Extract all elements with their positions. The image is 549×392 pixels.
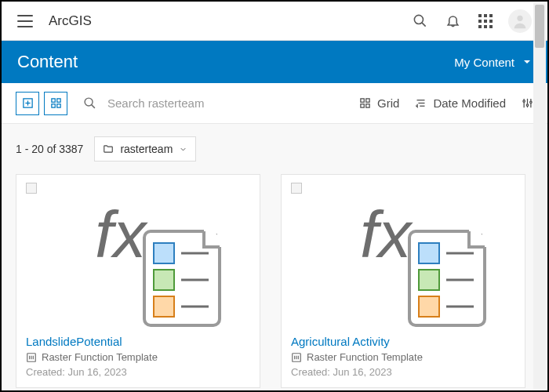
svg-rect-39 [419, 243, 439, 263]
filter-button[interactable] [522, 97, 533, 109]
search-icon[interactable] [403, 13, 436, 28]
template-icon [26, 352, 37, 363]
bell-icon[interactable] [436, 13, 469, 28]
svg-text:fx: fx [95, 198, 148, 271]
template-icon [291, 352, 302, 363]
svg-point-20 [523, 100, 525, 103]
content-banner: Content My Content [2, 41, 547, 83]
svg-rect-27 [154, 243, 174, 263]
sort-label: Date Modified [433, 96, 506, 110]
folder-dropdown[interactable]: rasterteam [94, 136, 196, 162]
svg-point-0 [414, 15, 423, 24]
card-subtitle: Raster Function Template [307, 351, 423, 363]
svg-point-2 [517, 15, 522, 20]
grid-toggle[interactable]: Grid [359, 96, 399, 110]
item-card[interactable]: fx LandslidePotential Raster Function Te… [16, 174, 260, 388]
card-thumbnail: fx [291, 197, 515, 328]
svg-rect-31 [154, 296, 174, 317]
svg-text:fx: fx [360, 198, 413, 271]
folder-icon [103, 143, 114, 154]
single-view-button[interactable] [16, 92, 39, 115]
svg-rect-9 [56, 104, 60, 107]
content-area: 1 - 20 of 3387 rasterteam fx [2, 124, 547, 390]
chevron-down-icon [179, 145, 187, 154]
svg-point-22 [526, 104, 529, 107]
card-thumbnail: fx [26, 197, 250, 328]
brand-label: ArcGIS [49, 13, 92, 29]
content-toolbar: Grid Date Modified [2, 83, 547, 124]
svg-rect-41 [419, 270, 439, 290]
grid-label: Grid [377, 96, 399, 110]
svg-rect-12 [361, 99, 364, 102]
svg-rect-13 [366, 99, 369, 102]
caret-down-icon [522, 57, 532, 67]
avatar[interactable] [508, 9, 532, 33]
svg-rect-8 [51, 104, 54, 107]
card-checkbox[interactable] [291, 183, 302, 194]
svg-rect-14 [361, 104, 364, 107]
scrollbar-thumb[interactable] [535, 5, 544, 48]
folder-name: rasterteam [120, 143, 173, 155]
card-title: Agricultural Activity [291, 335, 515, 348]
grid-view-button[interactable] [44, 92, 67, 115]
card-date: Created: Jun 16, 2023 [26, 366, 250, 378]
svg-rect-15 [366, 104, 369, 107]
grid-icon [359, 97, 371, 109]
svg-rect-6 [51, 99, 54, 102]
sort-icon [415, 97, 427, 109]
svg-rect-7 [56, 99, 60, 102]
global-topbar: ArcGIS [2, 2, 547, 41]
card-title: LandslidePotential [26, 335, 250, 348]
svg-point-10 [85, 98, 93, 106]
scrollbar[interactable] [533, 3, 546, 389]
sort-dropdown[interactable]: Date Modified [415, 96, 506, 110]
svg-line-1 [421, 23, 425, 27]
svg-rect-43 [419, 296, 439, 317]
card-checkbox[interactable] [26, 183, 37, 194]
result-count: 1 - 20 of 3387 [16, 143, 83, 155]
my-content-label: My Content [454, 56, 514, 69]
card-date: Created: Jun 16, 2023 [291, 366, 515, 378]
svg-point-24 [530, 101, 533, 103]
search-input[interactable] [107, 96, 350, 110]
svg-line-11 [92, 105, 95, 108]
search-icon [83, 96, 96, 110]
page-title: Content [17, 52, 78, 72]
sliders-icon [522, 97, 533, 109]
svg-rect-29 [154, 270, 174, 290]
item-card[interactable]: fx Agricultural Activity Raster Function… [281, 174, 525, 388]
apps-icon[interactable] [469, 14, 502, 28]
menu-icon[interactable] [17, 15, 33, 27]
card-subtitle: Raster Function Template [42, 351, 158, 363]
my-content-dropdown[interactable]: My Content [454, 56, 532, 69]
